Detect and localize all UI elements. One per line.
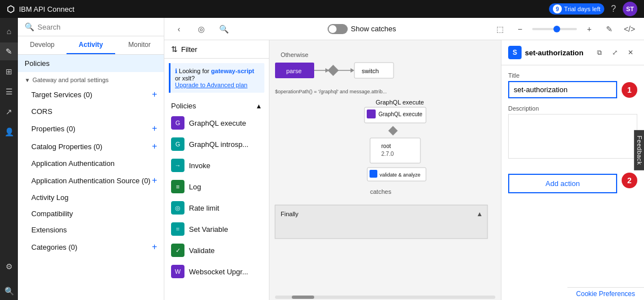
policy-item-rate-limit[interactable]: ◎ Rate limit [164, 197, 269, 218]
operation-path-text: $operationPath() = '/graphql' and messag… [275, 89, 387, 94]
cookie-bar[interactable]: Cookie Preferences [567, 287, 644, 300]
sidebar-item-app-auth[interactable]: Application Authentication [18, 155, 164, 172]
zoom-thumb [553, 26, 560, 32]
main-content: ‹ ◎ 🔍 Show catches ⬚ − + ✎ </> [164, 18, 644, 300]
sidebar-search-icon: 🔍 [25, 22, 34, 31]
show-catches-toggle[interactable]: Show catches [328, 24, 396, 34]
show-catches-switch[interactable] [328, 24, 348, 34]
flow-canvas[interactable]: Otherwise parse switch [269, 40, 501, 300]
svg-marker-3 [351, 68, 354, 73]
avatar[interactable]: ST [623, 2, 637, 16]
policy-item-set-variable[interactable]: = Set Variable [164, 218, 269, 240]
topbar-left: ⬡ IBM API Connect [7, 4, 74, 15]
sidebar-item-app-auth-source[interactable]: Application Authentication Source (0) + [18, 172, 164, 189]
sidebar-search-input[interactable] [37, 23, 157, 31]
sidebar-item-target-services[interactable]: Target Services (0) + [18, 85, 164, 103]
step-1-badge: 1 [622, 82, 637, 98]
zoom-track[interactable] [532, 28, 577, 30]
canvas-scroll-x[interactable] [275, 296, 495, 299]
policy-item-invoke[interactable]: → Invoke [164, 155, 269, 176]
filter-bar[interactable]: ⇅ Filter [164, 40, 269, 59]
finally-section [275, 205, 487, 239]
sidebar-item-properties[interactable]: Properties (0) + [18, 120, 164, 137]
policy-item-graphql-introspect[interactable]: G GraphQL introsp... [164, 134, 269, 155]
add-catalog-properties-icon[interactable]: + [152, 141, 157, 151]
close-icon[interactable]: ✕ [624, 46, 637, 59]
help-icon[interactable]: ? [611, 4, 616, 14]
flow-diagram: Otherwise parse switch [269, 40, 501, 297]
sidebar-item-activity-log[interactable]: Activity Log [18, 189, 164, 206]
step-2-badge: 2 [622, 173, 637, 188]
add-target-services-icon[interactable]: + [152, 89, 157, 99]
export-icon[interactable]: ⬚ [492, 21, 508, 37]
filter-label: Filter [181, 45, 197, 54]
svg-rect-6 [389, 126, 398, 136]
info-banner: ℹ Looking for gateway-script or xslt? Up… [169, 63, 264, 93]
graphql-execute-icon: G [171, 116, 184, 130]
nav-back-icon[interactable]: ‹ [171, 21, 187, 37]
expand-icon[interactable]: ⤢ [608, 46, 622, 59]
policy-item-log[interactable]: ≡ Log [164, 176, 269, 197]
collapse-policies-icon[interactable]: ▲ [255, 102, 262, 110]
rail-grid-icon[interactable]: ⊞ [0, 63, 18, 80]
add-categories-icon[interactable]: + [152, 242, 157, 252]
zoom-out-icon[interactable]: − [512, 21, 528, 37]
sidebar-search-bar[interactable]: 🔍 [18, 18, 164, 36]
center-icon[interactable]: ◎ [193, 21, 209, 37]
add-app-auth-source-icon[interactable]: + [152, 175, 157, 185]
sidebar-policies-header[interactable]: Policies [18, 55, 164, 72]
upgrade-link[interactable]: Upgrade to Advanced plan [175, 82, 248, 88]
app-brand: IBM API Connect [19, 5, 74, 13]
policy-item-websocket[interactable]: W Websocket Upgr... [164, 261, 269, 282]
zoom-slider[interactable] [532, 28, 577, 30]
description-field-label: Description [508, 105, 637, 112]
toolbar-right: ⬚ − + ✎ </> [492, 21, 637, 37]
rail-search-icon[interactable]: 🔍 [0, 282, 18, 300]
add-action-button[interactable]: Add action [546, 179, 580, 188]
tab-monitor[interactable]: Monitor [115, 36, 164, 54]
sidebar-item-catalog-properties[interactable]: Catalog Properties (0) + [18, 137, 164, 155]
tab-activity[interactable]: Activity [67, 36, 115, 54]
search-canvas-icon[interactable]: 🔍 [216, 21, 231, 37]
edit-code-icon[interactable]: ✎ [602, 21, 617, 37]
ibm-logo-icon: ⬡ [7, 4, 15, 15]
add-action-section[interactable]: Add action [508, 174, 617, 193]
policy-item-graphql-execute[interactable]: G GraphQL execute [164, 112, 269, 134]
parse-label: parse [286, 68, 302, 74]
sidebar-item-categories[interactable]: Categories (0) + [18, 238, 164, 256]
switch-label: switch [362, 68, 379, 74]
rail-settings-icon[interactable]: ⚙ [0, 258, 18, 275]
rail-home-icon[interactable]: ⌂ [0, 22, 18, 40]
add-properties-icon[interactable]: + [152, 123, 157, 134]
gateway-script-link[interactable]: gateway-script [211, 68, 254, 74]
rail-list-icon[interactable]: ☰ [0, 83, 18, 101]
canvas-area: ⇅ Filter ℹ Looking for gateway-script or… [164, 40, 644, 300]
right-panel-title: S set-authorization [508, 46, 584, 59]
root-node [370, 138, 420, 163]
title-input[interactable] [508, 81, 617, 98]
scroll-thumb [292, 296, 314, 299]
feedback-tab[interactable]: Feedback [634, 130, 644, 170]
sidebar-gateway-group[interactable]: ▼ Gateway and portal settings [18, 72, 164, 85]
sidebar-item-cors[interactable]: CORS [18, 103, 164, 120]
tab-develop[interactable]: Develop [18, 36, 67, 54]
description-textarea[interactable] [508, 114, 637, 159]
rate-limit-icon: ◎ [171, 201, 184, 215]
topbar: ⬡ IBM API Connect 9 Trial days left ? ST [0, 0, 644, 18]
policy-item-validate[interactable]: ✓ Validate [164, 240, 269, 261]
rail-chart-icon[interactable]: ↗ [0, 103, 18, 121]
toggle-knob [329, 25, 337, 33]
trial-badge[interactable]: 9 Trial days left [549, 3, 604, 15]
topbar-right: 9 Trial days left ? ST [549, 2, 637, 16]
sidebar-item-extensions[interactable]: Extensions [18, 222, 164, 238]
right-panel-body: Title 1 Description Add action 2 [501, 65, 644, 300]
right-panel-policy-icon: S [508, 46, 522, 59]
sidebar-item-compatibility[interactable]: Compatibility [18, 206, 164, 222]
copy-icon[interactable]: ⧉ [593, 46, 606, 59]
icon-rail: ⌂ ✎ ⊞ ☰ ↗ 👤 ⚙ 🔍 [0, 18, 18, 300]
rail-edit-icon[interactable]: ✎ [0, 42, 18, 60]
view-code-icon[interactable]: </> [622, 21, 637, 37]
zoom-in-icon[interactable]: + [581, 21, 597, 37]
rail-users-icon[interactable]: 👤 [0, 123, 18, 141]
trial-label: Trial days left [564, 6, 600, 12]
